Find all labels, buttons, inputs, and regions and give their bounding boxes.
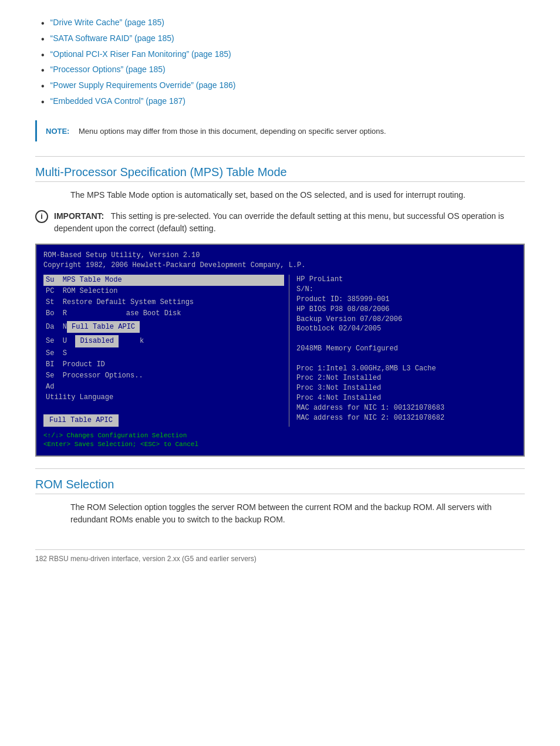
bios-header-line1: ROM-Based Setup Utility, Version 2.10 — [43, 251, 517, 261]
bios-right-line-proc1: Proc 1:Intel 3.00GHz,8MB L3 Cache — [296, 364, 517, 374]
bullet-link[interactable]: “Processor Options” (page 185) — [50, 65, 166, 74]
important-icon: i — [35, 210, 48, 223]
bios-right-line-blank1 — [296, 334, 517, 344]
bios-menu-disabled[interactable]: Se U Disabled k — [43, 333, 284, 348]
bios-right-line-bootblock: Bootblock 02/04/2005 — [296, 324, 517, 334]
bios-menu-da[interactable]: Da NFull Table APIC — [43, 319, 284, 334]
bios-right-line-proc2: Proc 2:Not Installed — [296, 373, 517, 383]
bios-right-line-blank2 — [296, 354, 517, 364]
bios-header-line2: Copyright 1982, 2006 Hewlett-Packard Dev… — [43, 261, 517, 271]
bios-dropdown-full-table[interactable]: Full Table APIC — [43, 414, 119, 427]
note-text: Menu options may differ from those in th… — [79, 127, 386, 136]
important-row: i IMPORTANT: This setting is pre-selecte… — [35, 210, 525, 235]
bullet-link[interactable]: “Embedded VGA Control” (page 187) — [50, 96, 185, 106]
bios-right-line-proliant: HP ProLiant — [296, 275, 517, 285]
note-box: NOTE: Menu options may differ from those… — [35, 120, 525, 141]
list-item: “Processor Options” (page 185) — [35, 65, 525, 77]
bios-right-line-mac1: MAC address for NIC 1: 001321078683 — [296, 403, 517, 413]
mps-body-text: The MPS Table Mode option is automatical… — [35, 189, 525, 201]
bios-right-line-proc3: Proc 3:Not Installed — [296, 383, 517, 393]
bios-screen: ROM-Based Setup Utility, Version 2.10 Co… — [35, 244, 525, 457]
bios-right-line-mac2: MAC address for NIC 2: 001321078682 — [296, 413, 517, 423]
important-text: IMPORTANT: This setting is pre-selected.… — [54, 210, 525, 235]
bios-footer-line2: <Enter> Saves Selection; <ESC> to Cancel — [43, 440, 517, 449]
bios-left-panel: Su MPS Table Mode PC ROM Selection St Re… — [43, 275, 289, 426]
bios-menu-mps[interactable]: Su MPS Table Mode — [43, 275, 284, 286]
bios-menu-utility[interactable]: Utility Language — [43, 392, 284, 403]
bullet-link[interactable]: “Drive Write Cache” (page 185) — [50, 18, 164, 27]
bios-menu-processor[interactable]: Se Processor Options.. — [43, 370, 284, 382]
bios-menu-rom[interactable]: PC ROM Selection — [43, 286, 284, 297]
list-item: “Drive Write Cache” (page 185) — [35, 18, 525, 30]
list-item: “Optional PCI-X Riser Fan Monitoring” (p… — [35, 49, 525, 62]
list-item: “Embedded VGA Control” (page 187) — [35, 96, 525, 109]
bullet-link[interactable]: “Optional PCI-X Riser Fan Monitoring” (p… — [50, 49, 231, 59]
page-footer-text: 182 RBSU menu-driven interface, version … — [35, 555, 257, 563]
divider — [35, 156, 525, 157]
bios-right-panel: HP ProLiant S/N: Product ID: 385999-001 … — [289, 275, 517, 426]
bios-footer: <↑/↓> Changes Configuration Selection <E… — [43, 431, 517, 450]
bios-header: ROM-Based Setup Utility, Version 2.10 Co… — [43, 251, 517, 271]
bios-disabled[interactable]: Disabled — [75, 335, 119, 347]
bios-right-line-bios: HP BIOS P38 08/08/2006 — [296, 305, 517, 315]
note-label: NOTE: — [46, 127, 69, 136]
bullet-list: “Drive Write Cache” (page 185) “SATA Sof… — [35, 18, 525, 109]
bios-footer-line1: <↑/↓> Changes Configuration Selection — [43, 431, 517, 440]
mps-section-heading: Multi-Processor Specification (MPS) Tabl… — [35, 166, 525, 182]
important-label: IMPORTANT: — [54, 211, 104, 221]
bios-right-line-memory: 2048MB Memory Configured — [296, 344, 517, 354]
bios-right-line-proc4: Proc 4:Not Installed — [296, 393, 517, 403]
bios-content: Su MPS Table Mode PC ROM Selection St Re… — [43, 275, 517, 426]
bios-menu-boot[interactable]: Bo R ase Boot Disk — [43, 308, 284, 319]
bios-right-line-product-id: Product ID: 385999-001 — [296, 295, 517, 305]
bios-right-line-sn: S/N: — [296, 285, 517, 295]
bios-menu-product-id[interactable]: BI Product ID — [43, 359, 284, 370]
divider2 — [35, 468, 525, 469]
rom-body-text: The ROM Selection option toggles the ser… — [35, 501, 525, 526]
bios-menu-se-s[interactable]: Se S — [43, 348, 284, 359]
list-item: “Power Supply Requirements Override” (pa… — [35, 80, 525, 93]
bios-full-table-apic[interactable]: Full Table APIC — [67, 321, 140, 333]
page-footer: 182 RBSU menu-driven interface, version … — [35, 549, 525, 563]
bios-menu-ad[interactable]: Ad — [43, 382, 284, 393]
rom-section-heading: ROM Selection — [35, 478, 525, 494]
bullet-link[interactable]: “Power Supply Requirements Override” (pa… — [50, 80, 236, 90]
bios-right-line-backup: Backup Version 07/08/2006 — [296, 315, 517, 325]
bullet-link[interactable]: “SATA Software RAID” (page 185) — [50, 33, 174, 43]
bios-menu-restore[interactable]: St Restore Default System Settings — [43, 297, 284, 308]
list-item: “SATA Software RAID” (page 185) — [35, 33, 525, 46]
important-body: This setting is pre-selected. You can ov… — [54, 211, 504, 233]
